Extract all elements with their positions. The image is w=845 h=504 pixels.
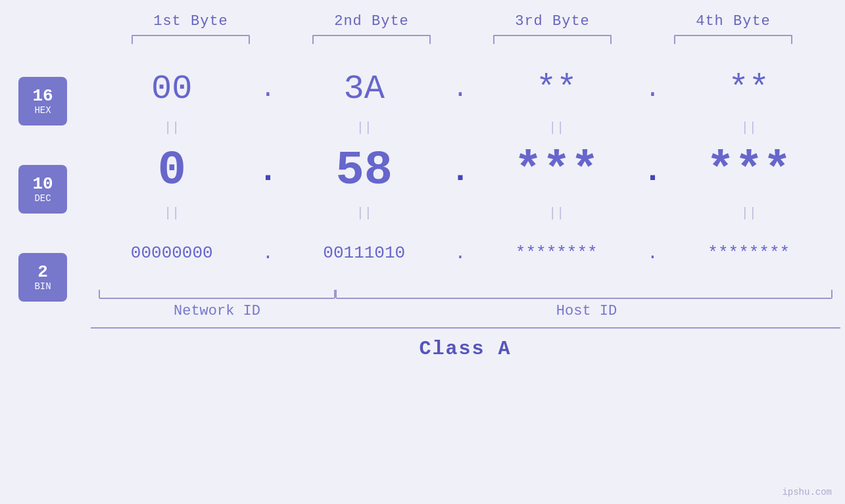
network-bracket	[99, 290, 335, 299]
bin-badge: 2 BIN	[18, 253, 67, 302]
byte-labels-row: 1st Byte 2nd Byte 3rd Byte 4th Byte	[101, 13, 824, 30]
bottom-labels-row: Network ID Host ID	[85, 303, 835, 319]
eq2-cell-4: ||	[663, 206, 836, 221]
hex-badge-label: HEX	[34, 105, 51, 116]
top-brackets-row	[101, 35, 824, 44]
bin-cell-4: ********	[663, 243, 836, 263]
top-bracket-4	[674, 35, 792, 44]
bin-dot-3: .	[643, 243, 663, 263]
eq1-cell-4: ||	[663, 120, 836, 135]
dec-badge-label: DEC	[34, 193, 51, 204]
bracket-cell-4	[643, 35, 824, 44]
hex-dot-3: .	[643, 75, 663, 103]
bin-cell-2: 00111010	[278, 243, 451, 263]
class-label: Class A	[419, 338, 511, 360]
hex-cell-4: **	[663, 70, 836, 108]
dec-value-3: ***	[514, 144, 599, 198]
dec-cell-2: 58	[278, 144, 451, 198]
dec-cell-1: 0	[85, 144, 258, 198]
eq1-cell-3: ||	[470, 120, 643, 135]
hex-value-4: **	[729, 70, 769, 108]
dec-dot-1: .	[258, 152, 278, 190]
eq2-cell-1: ||	[85, 206, 258, 221]
bin-cell-1: 00000000	[85, 243, 258, 263]
byte-label-4: 4th Byte	[643, 13, 824, 30]
top-bracket-1	[132, 35, 250, 44]
label-column: 16 HEX 10 DEC 2 BIN	[0, 51, 85, 302]
main-container: 1st Byte 2nd Byte 3rd Byte 4th Byte 16 H…	[0, 0, 845, 504]
eq2-cell-2: ||	[278, 206, 451, 221]
bin-cell-3: ********	[470, 243, 643, 263]
equals-row-2: || || || ||	[85, 202, 835, 224]
bin-value-2: 00111010	[323, 243, 405, 263]
class-row: Class A	[91, 327, 840, 360]
dec-value-2: 58	[336, 144, 393, 198]
dec-dot-2: .	[450, 152, 470, 190]
bin-dot-2: .	[450, 243, 470, 263]
equals-row-1: || || || ||	[85, 116, 835, 139]
hex-dot-1: .	[258, 75, 278, 103]
bin-dot-1: .	[258, 243, 278, 263]
bin-value-3: ********	[516, 243, 598, 263]
dec-badge: 10 DEC	[18, 165, 67, 214]
eq1-cell-2: ||	[278, 120, 451, 135]
dec-cell-4: ***	[663, 144, 836, 198]
eq1-cell-1: ||	[85, 120, 258, 135]
watermark: ipshu.com	[782, 487, 832, 497]
bin-badge-label: BIN	[34, 281, 51, 292]
dec-value-4: ***	[706, 144, 792, 198]
bracket-cell-2	[281, 35, 462, 44]
hex-value-3: **	[536, 70, 577, 108]
host-id-label: Host ID	[338, 303, 835, 319]
bracket-cell-1	[101, 35, 281, 44]
hex-badge: 16 HEX	[18, 77, 67, 126]
host-bracket	[335, 290, 833, 299]
byte-label-2: 2nd Byte	[281, 13, 462, 30]
bin-value-4: ********	[708, 243, 790, 263]
eq2-cell-3: ||	[470, 206, 643, 221]
dec-value-1: 0	[158, 144, 186, 198]
bin-row: 00000000 . 00111010 . ******** .	[85, 227, 835, 279]
content-area: 16 HEX 10 DEC 2 BIN 00 .	[0, 51, 845, 319]
dec-badge-number: 10	[32, 175, 53, 194]
bin-value-1: 00000000	[131, 243, 213, 263]
top-bracket-2	[312, 35, 431, 44]
hex-cell-3: **	[470, 70, 643, 108]
network-id-label: Network ID	[99, 303, 335, 319]
hex-badge-number: 16	[32, 87, 53, 106]
bottom-brackets-row	[85, 290, 835, 299]
bin-badge-number: 2	[37, 263, 48, 282]
hex-value-2: 3A	[344, 70, 385, 108]
hex-value-1: 00	[151, 70, 192, 108]
dec-dot-3: .	[643, 152, 663, 190]
hex-cell-1: 00	[85, 70, 258, 108]
dec-cell-3: ***	[470, 144, 643, 198]
values-area: 00 . 3A . ** . **	[85, 51, 845, 319]
dec-row: 0 . 58 . *** . ***	[85, 141, 835, 200]
top-bracket-3	[493, 35, 612, 44]
byte-label-3: 3rd Byte	[462, 13, 643, 30]
bracket-cell-3	[462, 35, 643, 44]
hex-row: 00 . 3A . ** . **	[85, 62, 835, 115]
hex-cell-2: 3A	[278, 70, 451, 108]
hex-dot-2: .	[450, 75, 470, 103]
byte-label-1: 1st Byte	[101, 13, 281, 30]
